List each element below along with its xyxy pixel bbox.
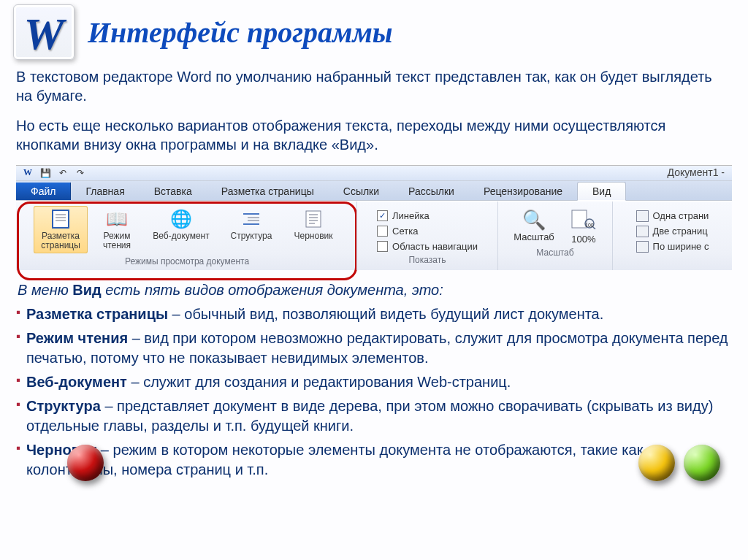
page-title: Интерфейс программы bbox=[88, 15, 393, 50]
zoom-group-label: Масштаб bbox=[504, 248, 606, 259]
two-pages-icon bbox=[636, 226, 649, 237]
reading-mode-button[interactable]: 📖 Режим чтения bbox=[95, 206, 139, 253]
tab-view[interactable]: Вид bbox=[577, 182, 626, 201]
tab-mailings[interactable]: Рассылки bbox=[394, 183, 469, 200]
svg-rect-14 bbox=[572, 210, 587, 228]
outline-icon bbox=[239, 209, 264, 229]
checkbox-checked-icon: ✓ bbox=[377, 210, 388, 221]
document-title: Документ1 - bbox=[668, 166, 725, 178]
word-glyph: W bbox=[23, 11, 64, 56]
outline-label: Структура bbox=[231, 231, 272, 241]
draft-icon bbox=[301, 209, 326, 229]
word-logo: W bbox=[13, 4, 75, 60]
modes-list: Разметка страницы – обычный вид, позволя… bbox=[13, 304, 735, 480]
checkbox-empty-icon bbox=[377, 241, 388, 252]
tab-file[interactable]: Файл bbox=[16, 183, 71, 200]
zoom-label: Масштаб bbox=[514, 231, 554, 242]
lead-sentence: В меню Вид есть пять видов отображения д… bbox=[18, 282, 730, 299]
zoom-icon[interactable]: 🔍 bbox=[522, 209, 546, 231]
web-layout-label: Веб-документ bbox=[153, 231, 209, 241]
tab-insert[interactable]: Вставка bbox=[140, 183, 207, 200]
red-nav-button[interactable] bbox=[67, 445, 104, 481]
list-item: Веб-документ – служит для создания и ред… bbox=[16, 372, 730, 392]
undo-icon[interactable]: ↶ bbox=[57, 167, 69, 179]
checkbox-empty-icon bbox=[377, 226, 388, 237]
tab-home[interactable]: Главная bbox=[71, 183, 139, 200]
svg-rect-9 bbox=[306, 211, 321, 227]
web-layout-button[interactable]: 🌐 Веб-документ bbox=[146, 206, 216, 244]
print-layout-button[interactable]: Разметка страницы bbox=[34, 206, 88, 253]
reading-label-1: Режим bbox=[104, 231, 131, 241]
globe-icon: 🌐 bbox=[169, 209, 194, 229]
ribbon-screenshot: W 💾 ↶ ↷ Документ1 - Файл Главная Вставка… bbox=[16, 165, 732, 270]
reading-label-2: чтения bbox=[103, 240, 131, 250]
amber-nav-button[interactable] bbox=[638, 445, 675, 481]
tab-layout[interactable]: Разметка страницы bbox=[207, 183, 329, 200]
show-group-label: Показать bbox=[363, 255, 492, 266]
list-item: Режим чтения – вид при котором невозможн… bbox=[16, 329, 730, 368]
one-page-icon bbox=[636, 210, 649, 222]
word-mini-icon: W bbox=[22, 167, 34, 179]
intro-paragraph-2: Но есть еще несколько вариантов отображе… bbox=[16, 116, 732, 155]
page-width-label: По ширине с bbox=[653, 241, 709, 252]
gridlines-checkbox[interactable]: Сетка bbox=[377, 226, 478, 237]
draft-button[interactable]: Черновик bbox=[286, 206, 340, 244]
two-pages-button[interactable]: Две страниц bbox=[636, 226, 709, 237]
draft-label: Черновик bbox=[294, 231, 333, 241]
outline-button[interactable]: Структура bbox=[224, 206, 279, 244]
page-width-button[interactable]: По ширине с bbox=[636, 241, 709, 253]
list-item: Структура – представляет документ в виде… bbox=[16, 396, 730, 436]
green-nav-button[interactable] bbox=[684, 445, 720, 481]
ruler-label: Линейка bbox=[392, 210, 430, 221]
tab-review[interactable]: Рецензирование bbox=[469, 183, 577, 200]
list-item: Разметка страницы – обычный вид, позволя… bbox=[16, 304, 730, 324]
quick-access-toolbar: W 💾 ↶ ↷ Документ1 - bbox=[16, 166, 732, 181]
redo-icon[interactable]: ↷ bbox=[75, 167, 86, 179]
zoom-100-icon[interactable]: 100 bbox=[570, 209, 597, 234]
navigation-checkbox[interactable]: Область навигации bbox=[377, 241, 478, 252]
one-page-button[interactable]: Одна страни bbox=[636, 210, 709, 222]
svg-text:100: 100 bbox=[585, 223, 594, 228]
svg-rect-0 bbox=[53, 210, 69, 228]
print-layout-icon bbox=[48, 209, 73, 229]
zoom-value: 100% bbox=[571, 234, 595, 245]
save-icon[interactable]: 💾 bbox=[39, 167, 51, 179]
ruler-checkbox[interactable]: ✓ Линейка bbox=[377, 210, 478, 221]
list-item: Черновик – режим в котором некоторые эле… bbox=[16, 440, 730, 480]
ribbon-tabs: Файл Главная Вставка Разметка страницы С… bbox=[16, 181, 732, 201]
intro-paragraph-1: В текстовом редакторе Word по умолчанию … bbox=[16, 67, 732, 106]
two-pages-label: Две страниц bbox=[653, 226, 708, 237]
one-page-label: Одна страни bbox=[653, 210, 709, 221]
book-icon: 📖 bbox=[104, 209, 129, 229]
print-layout-label-1: Разметка bbox=[42, 231, 80, 241]
navigation-label: Область навигации bbox=[392, 241, 478, 252]
views-group-label: Режимы просмотра документа bbox=[23, 256, 351, 268]
page-width-icon bbox=[636, 241, 649, 253]
tab-references[interactable]: Ссылки bbox=[329, 183, 394, 200]
ribbon-body: Разметка страницы 📖 Режим чтения 🌐 bbox=[16, 201, 732, 270]
gridlines-label: Сетка bbox=[392, 226, 418, 237]
print-layout-label-2: страницы bbox=[41, 240, 80, 250]
